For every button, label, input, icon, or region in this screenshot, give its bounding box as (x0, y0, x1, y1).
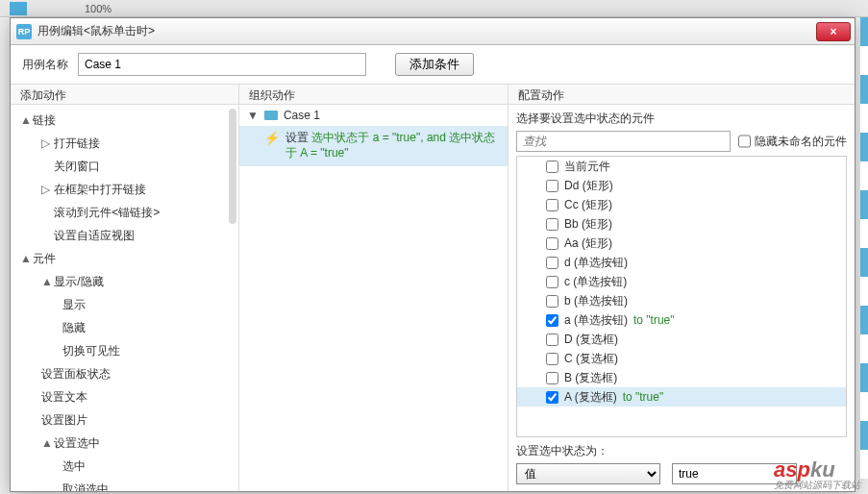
app-toolbar: 100% (0, 0, 868, 17)
toolbar-block (10, 2, 27, 15)
zoom-level: 100% (85, 3, 112, 14)
